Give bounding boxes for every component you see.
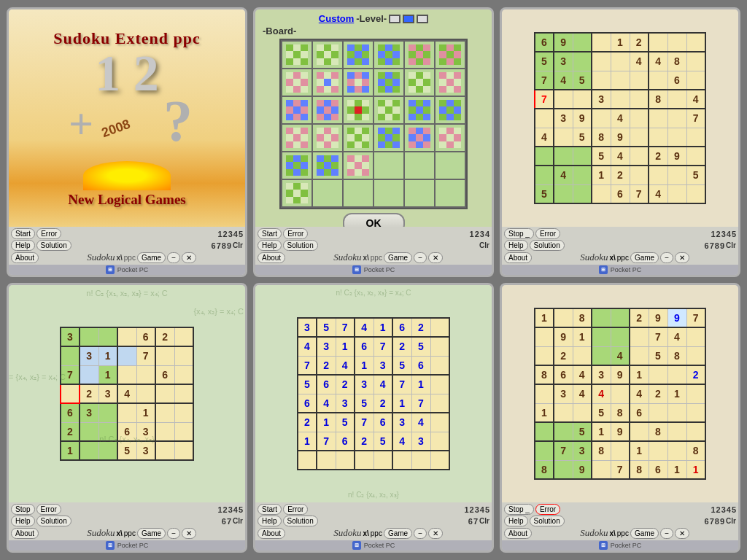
cell[interactable]: 4 bbox=[592, 384, 611, 403]
minus-button[interactable]: − bbox=[660, 528, 673, 539]
cell[interactable] bbox=[155, 346, 174, 365]
cell[interactable] bbox=[80, 441, 98, 460]
cell[interactable] bbox=[573, 166, 592, 184]
cell[interactable] bbox=[535, 422, 554, 441]
cell[interactable]: 5 bbox=[355, 394, 374, 413]
cell[interactable] bbox=[649, 166, 667, 184]
cell[interactable] bbox=[80, 327, 98, 346]
cell[interactable] bbox=[117, 403, 136, 422]
cell[interactable] bbox=[573, 147, 592, 166]
cell[interactable]: 1 bbox=[98, 346, 117, 365]
cell[interactable]: 8 bbox=[686, 441, 705, 460]
minus-button[interactable]: − bbox=[414, 252, 427, 263]
cell[interactable]: 1 bbox=[573, 327, 592, 346]
error-button[interactable]: Error bbox=[283, 504, 308, 515]
cell[interactable]: 8 bbox=[592, 128, 611, 147]
board-cell[interactable] bbox=[282, 125, 311, 151]
cell[interactable] bbox=[136, 384, 155, 403]
stop-button[interactable]: Stop _ bbox=[504, 504, 534, 515]
cell[interactable]: 3 bbox=[554, 52, 573, 71]
board-cell[interactable] bbox=[344, 125, 373, 151]
cell[interactable] bbox=[667, 365, 686, 384]
cell[interactable]: 4 bbox=[630, 52, 649, 71]
cell[interactable] bbox=[317, 451, 336, 470]
cell[interactable] bbox=[155, 403, 174, 422]
cell[interactable]: 3 bbox=[136, 422, 155, 441]
cell[interactable] bbox=[611, 384, 630, 403]
cell[interactable]: 4 bbox=[573, 384, 592, 403]
board-cell[interactable] bbox=[282, 180, 311, 206]
cell[interactable]: 1 bbox=[667, 460, 686, 479]
board-cell[interactable] bbox=[313, 152, 342, 179]
cell[interactable]: 1 bbox=[317, 413, 336, 432]
close-button[interactable]: ✕ bbox=[182, 528, 196, 539]
cell[interactable] bbox=[592, 52, 611, 71]
cell[interactable] bbox=[573, 184, 592, 203]
cell[interactable]: 2 bbox=[630, 308, 649, 327]
cell[interactable] bbox=[686, 184, 705, 203]
cell[interactable]: 4 bbox=[554, 166, 573, 184]
cell[interactable]: 1 bbox=[61, 441, 80, 460]
cell[interactable] bbox=[535, 147, 554, 166]
cell[interactable]: 1 bbox=[630, 365, 649, 384]
cell[interactable] bbox=[611, 308, 630, 327]
cell[interactable] bbox=[573, 403, 592, 422]
cell[interactable] bbox=[611, 52, 630, 71]
cell[interactable] bbox=[80, 365, 98, 384]
cell[interactable]: 3 bbox=[411, 432, 430, 451]
cell[interactable] bbox=[554, 128, 573, 147]
cell[interactable]: 6 bbox=[630, 403, 649, 422]
cell[interactable]: 3 bbox=[374, 356, 392, 375]
cell[interactable]: 9 bbox=[573, 109, 592, 128]
game-button[interactable]: Game bbox=[137, 528, 166, 539]
board-cell[interactable] bbox=[344, 97, 373, 123]
board-cell[interactable] bbox=[436, 42, 465, 68]
cell[interactable] bbox=[592, 71, 611, 90]
cell[interactable] bbox=[174, 365, 193, 384]
cell[interactable] bbox=[355, 451, 374, 470]
cell[interactable]: 8 bbox=[649, 422, 667, 441]
cell[interactable] bbox=[61, 346, 80, 365]
board-cell[interactable] bbox=[405, 180, 434, 206]
cell[interactable]: 5 bbox=[535, 184, 554, 203]
cell[interactable] bbox=[592, 184, 611, 203]
cell[interactable]: 5 bbox=[336, 413, 355, 432]
cell[interactable] bbox=[686, 403, 705, 422]
cell[interactable]: 8 bbox=[667, 52, 686, 71]
cell[interactable] bbox=[649, 403, 667, 422]
cell[interactable]: 6 bbox=[298, 394, 317, 413]
help-button[interactable]: Help bbox=[11, 240, 35, 251]
cell[interactable]: 4 bbox=[554, 71, 573, 90]
cell[interactable] bbox=[80, 422, 98, 441]
cell[interactable]: 4 bbox=[355, 318, 374, 337]
cell[interactable]: 7 bbox=[535, 90, 554, 109]
board-cell[interactable] bbox=[313, 42, 342, 68]
board-cell[interactable] bbox=[405, 97, 434, 123]
cell[interactable]: 1 bbox=[611, 33, 630, 52]
board-cell[interactable] bbox=[344, 152, 373, 179]
cell[interactable] bbox=[61, 384, 80, 403]
solution-button[interactable]: Solution bbox=[530, 516, 565, 526]
board-cell[interactable] bbox=[436, 152, 465, 179]
board-cell[interactable] bbox=[282, 97, 311, 123]
cell[interactable]: 6 bbox=[317, 375, 336, 394]
cell[interactable]: 2 bbox=[611, 166, 630, 184]
cell[interactable]: 8 bbox=[535, 460, 554, 479]
cell[interactable] bbox=[392, 451, 411, 470]
game-button[interactable]: Game bbox=[137, 252, 166, 263]
help-button[interactable]: Help bbox=[258, 516, 282, 526]
cell[interactable] bbox=[667, 90, 686, 109]
board-cell[interactable] bbox=[282, 42, 311, 68]
cell[interactable] bbox=[430, 337, 449, 356]
cell[interactable]: 2 bbox=[686, 365, 705, 384]
cell[interactable] bbox=[649, 365, 667, 384]
cell[interactable]: 6 bbox=[392, 318, 411, 337]
cell[interactable]: 3 bbox=[392, 413, 411, 432]
solution-button[interactable]: Solution bbox=[36, 516, 71, 526]
cell[interactable] bbox=[686, 33, 705, 52]
cell[interactable]: 8 bbox=[630, 460, 649, 479]
cell[interactable]: 4 bbox=[336, 356, 355, 375]
cell[interactable]: 9 bbox=[554, 327, 573, 346]
cell[interactable] bbox=[174, 403, 193, 422]
cell[interactable]: 4 bbox=[392, 432, 411, 451]
